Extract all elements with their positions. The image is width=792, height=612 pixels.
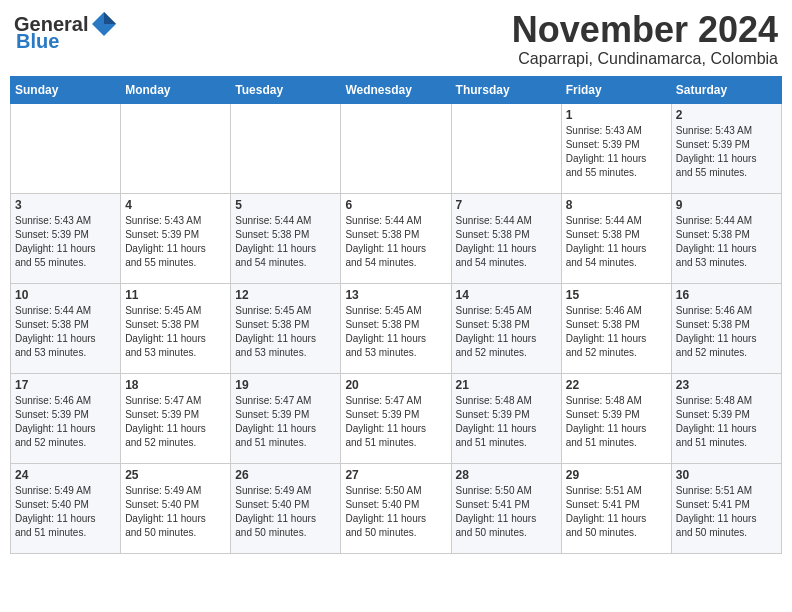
- day-number: 28: [456, 468, 557, 482]
- day-number: 11: [125, 288, 226, 302]
- day-number: 12: [235, 288, 336, 302]
- day-info: Sunrise: 5:47 AM Sunset: 5:39 PM Dayligh…: [125, 394, 226, 450]
- day-number: 5: [235, 198, 336, 212]
- week-row-3: 10Sunrise: 5:44 AM Sunset: 5:38 PM Dayli…: [11, 283, 782, 373]
- day-info: Sunrise: 5:43 AM Sunset: 5:39 PM Dayligh…: [125, 214, 226, 270]
- day-info: Sunrise: 5:43 AM Sunset: 5:39 PM Dayligh…: [676, 124, 777, 180]
- day-cell: 27Sunrise: 5:50 AM Sunset: 5:40 PM Dayli…: [341, 463, 451, 553]
- day-cell: 22Sunrise: 5:48 AM Sunset: 5:39 PM Dayli…: [561, 373, 671, 463]
- day-info: Sunrise: 5:47 AM Sunset: 5:39 PM Dayligh…: [235, 394, 336, 450]
- day-cell: 11Sunrise: 5:45 AM Sunset: 5:38 PM Dayli…: [121, 283, 231, 373]
- day-cell: 6Sunrise: 5:44 AM Sunset: 5:38 PM Daylig…: [341, 193, 451, 283]
- day-number: 6: [345, 198, 446, 212]
- day-cell: 26Sunrise: 5:49 AM Sunset: 5:40 PM Dayli…: [231, 463, 341, 553]
- col-saturday: Saturday: [671, 76, 781, 103]
- day-cell: 23Sunrise: 5:48 AM Sunset: 5:39 PM Dayli…: [671, 373, 781, 463]
- day-number: 17: [15, 378, 116, 392]
- logo-blue-text: Blue: [16, 30, 59, 53]
- day-info: Sunrise: 5:44 AM Sunset: 5:38 PM Dayligh…: [676, 214, 777, 270]
- day-info: Sunrise: 5:49 AM Sunset: 5:40 PM Dayligh…: [125, 484, 226, 540]
- day-info: Sunrise: 5:44 AM Sunset: 5:38 PM Dayligh…: [15, 304, 116, 360]
- day-cell: 15Sunrise: 5:46 AM Sunset: 5:38 PM Dayli…: [561, 283, 671, 373]
- day-info: Sunrise: 5:49 AM Sunset: 5:40 PM Dayligh…: [235, 484, 336, 540]
- day-info: Sunrise: 5:48 AM Sunset: 5:39 PM Dayligh…: [566, 394, 667, 450]
- day-cell: 30Sunrise: 5:51 AM Sunset: 5:41 PM Dayli…: [671, 463, 781, 553]
- day-cell: 2Sunrise: 5:43 AM Sunset: 5:39 PM Daylig…: [671, 103, 781, 193]
- day-number: 21: [456, 378, 557, 392]
- day-cell: 12Sunrise: 5:45 AM Sunset: 5:38 PM Dayli…: [231, 283, 341, 373]
- day-number: 1: [566, 108, 667, 122]
- day-number: 22: [566, 378, 667, 392]
- day-info: Sunrise: 5:50 AM Sunset: 5:41 PM Dayligh…: [456, 484, 557, 540]
- day-info: Sunrise: 5:51 AM Sunset: 5:41 PM Dayligh…: [566, 484, 667, 540]
- day-number: 10: [15, 288, 116, 302]
- day-info: Sunrise: 5:49 AM Sunset: 5:40 PM Dayligh…: [15, 484, 116, 540]
- day-info: Sunrise: 5:44 AM Sunset: 5:38 PM Dayligh…: [235, 214, 336, 270]
- col-monday: Monday: [121, 76, 231, 103]
- day-info: Sunrise: 5:44 AM Sunset: 5:38 PM Dayligh…: [566, 214, 667, 270]
- col-friday: Friday: [561, 76, 671, 103]
- day-number: 19: [235, 378, 336, 392]
- col-wednesday: Wednesday: [341, 76, 451, 103]
- col-sunday: Sunday: [11, 76, 121, 103]
- calendar-header: Sunday Monday Tuesday Wednesday Thursday…: [11, 76, 782, 103]
- day-number: 15: [566, 288, 667, 302]
- day-cell: 13Sunrise: 5:45 AM Sunset: 5:38 PM Dayli…: [341, 283, 451, 373]
- day-number: 24: [15, 468, 116, 482]
- calendar-table: Sunday Monday Tuesday Wednesday Thursday…: [10, 76, 782, 554]
- day-cell: 1Sunrise: 5:43 AM Sunset: 5:39 PM Daylig…: [561, 103, 671, 193]
- day-info: Sunrise: 5:46 AM Sunset: 5:39 PM Dayligh…: [15, 394, 116, 450]
- day-number: 29: [566, 468, 667, 482]
- day-info: Sunrise: 5:46 AM Sunset: 5:38 PM Dayligh…: [676, 304, 777, 360]
- col-tuesday: Tuesday: [231, 76, 341, 103]
- week-row-2: 3Sunrise: 5:43 AM Sunset: 5:39 PM Daylig…: [11, 193, 782, 283]
- day-number: 30: [676, 468, 777, 482]
- day-number: 20: [345, 378, 446, 392]
- day-info: Sunrise: 5:43 AM Sunset: 5:39 PM Dayligh…: [15, 214, 116, 270]
- week-row-1: 1Sunrise: 5:43 AM Sunset: 5:39 PM Daylig…: [11, 103, 782, 193]
- day-cell: 29Sunrise: 5:51 AM Sunset: 5:41 PM Dayli…: [561, 463, 671, 553]
- day-info: Sunrise: 5:44 AM Sunset: 5:38 PM Dayligh…: [456, 214, 557, 270]
- day-cell: 8Sunrise: 5:44 AM Sunset: 5:38 PM Daylig…: [561, 193, 671, 283]
- day-info: Sunrise: 5:47 AM Sunset: 5:39 PM Dayligh…: [345, 394, 446, 450]
- day-number: 27: [345, 468, 446, 482]
- day-cell: 10Sunrise: 5:44 AM Sunset: 5:38 PM Dayli…: [11, 283, 121, 373]
- day-number: 13: [345, 288, 446, 302]
- day-number: 3: [15, 198, 116, 212]
- day-number: 26: [235, 468, 336, 482]
- day-info: Sunrise: 5:44 AM Sunset: 5:38 PM Dayligh…: [345, 214, 446, 270]
- day-info: Sunrise: 5:46 AM Sunset: 5:38 PM Dayligh…: [566, 304, 667, 360]
- day-cell: [121, 103, 231, 193]
- day-cell: 21Sunrise: 5:48 AM Sunset: 5:39 PM Dayli…: [451, 373, 561, 463]
- header-row: Sunday Monday Tuesday Wednesday Thursday…: [11, 76, 782, 103]
- day-cell: 16Sunrise: 5:46 AM Sunset: 5:38 PM Dayli…: [671, 283, 781, 373]
- day-number: 23: [676, 378, 777, 392]
- day-number: 9: [676, 198, 777, 212]
- day-cell: 19Sunrise: 5:47 AM Sunset: 5:39 PM Dayli…: [231, 373, 341, 463]
- day-number: 14: [456, 288, 557, 302]
- svg-marker-1: [104, 12, 116, 24]
- month-title: November 2024: [512, 10, 778, 50]
- day-info: Sunrise: 5:45 AM Sunset: 5:38 PM Dayligh…: [125, 304, 226, 360]
- location: Caparrapi, Cundinamarca, Colombia: [512, 50, 778, 68]
- day-cell: 20Sunrise: 5:47 AM Sunset: 5:39 PM Dayli…: [341, 373, 451, 463]
- day-cell: 9Sunrise: 5:44 AM Sunset: 5:38 PM Daylig…: [671, 193, 781, 283]
- day-cell: 25Sunrise: 5:49 AM Sunset: 5:40 PM Dayli…: [121, 463, 231, 553]
- day-number: 8: [566, 198, 667, 212]
- day-cell: 3Sunrise: 5:43 AM Sunset: 5:39 PM Daylig…: [11, 193, 121, 283]
- day-cell: [451, 103, 561, 193]
- day-number: 18: [125, 378, 226, 392]
- day-info: Sunrise: 5:48 AM Sunset: 5:39 PM Dayligh…: [676, 394, 777, 450]
- week-row-5: 24Sunrise: 5:49 AM Sunset: 5:40 PM Dayli…: [11, 463, 782, 553]
- day-number: 2: [676, 108, 777, 122]
- day-info: Sunrise: 5:45 AM Sunset: 5:38 PM Dayligh…: [235, 304, 336, 360]
- logo-icon: [90, 10, 118, 38]
- day-number: 7: [456, 198, 557, 212]
- day-cell: 18Sunrise: 5:47 AM Sunset: 5:39 PM Dayli…: [121, 373, 231, 463]
- day-cell: 4Sunrise: 5:43 AM Sunset: 5:39 PM Daylig…: [121, 193, 231, 283]
- day-cell: [231, 103, 341, 193]
- week-row-4: 17Sunrise: 5:46 AM Sunset: 5:39 PM Dayli…: [11, 373, 782, 463]
- col-thursday: Thursday: [451, 76, 561, 103]
- page-header: General Blue November 2024 Caparrapi, Cu…: [10, 10, 782, 68]
- day-cell: 17Sunrise: 5:46 AM Sunset: 5:39 PM Dayli…: [11, 373, 121, 463]
